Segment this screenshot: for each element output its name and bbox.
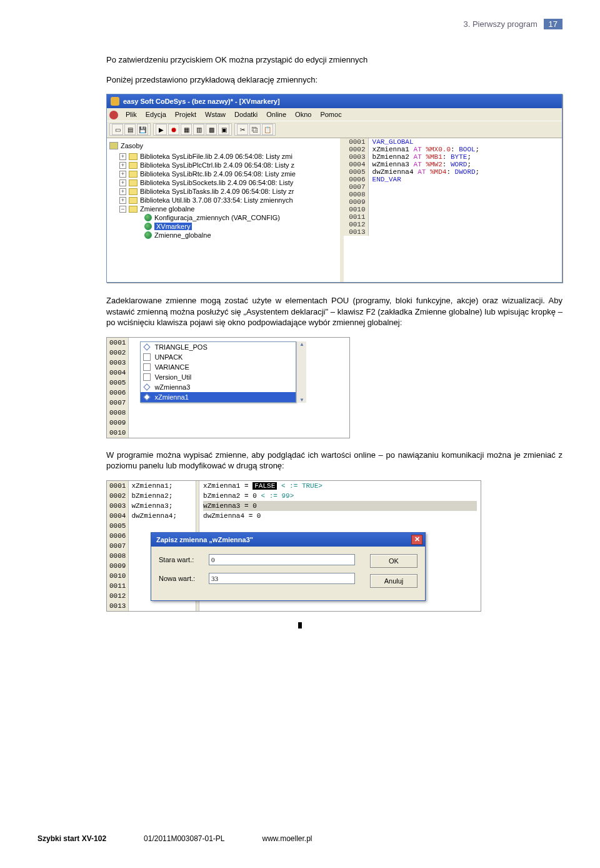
expand-icon[interactable]: + <box>119 171 126 178</box>
toolbar-new-icon[interactable]: ▭ <box>112 124 123 135</box>
line-number: 0008 <box>107 551 128 561</box>
dialog-title: Zapisz zmienna „wZmienna3" <box>156 536 253 543</box>
expand-icon[interactable]: + <box>119 162 126 169</box>
toolbar-stop-icon[interactable]: ⏺ <box>168 124 179 135</box>
code-editor[interactable]: 0001VAR_GLOBAL0002 xZmienna1 AT %MX0.0: … <box>344 138 562 282</box>
autocomplete-item[interactable]: VARIANCE <box>141 362 296 372</box>
tree-sub-0[interactable]: Konfiguracja_zmiennych (VAR_CONFIG) <box>154 214 280 221</box>
popup-scrollbar[interactable]: ▲▼ <box>296 341 306 403</box>
new-value-input[interactable] <box>209 573 355 584</box>
folder-icon <box>129 188 138 195</box>
folder-icon <box>129 153 138 160</box>
code-line-text[interactable] <box>369 198 376 206</box>
folder-icon <box>129 162 138 169</box>
code-line-text[interactable] <box>369 183 376 191</box>
ok-button[interactable]: OK <box>370 554 418 568</box>
toolbar-cut-icon[interactable]: ✂ <box>237 124 248 135</box>
autocomplete-popup[interactable]: TRIANGLE_POSUNPACKVARIANCEVersion_UtilwZ… <box>140 341 296 403</box>
resource-tree[interactable]: Zasoby +Biblioteka SysLibFile.lib 2.4.09… <box>107 138 344 282</box>
code-line-text[interactable]: wZmienna3 AT %MW2: WORD; <box>369 161 475 168</box>
autocomplete-item[interactable]: UNPACK <box>141 352 296 362</box>
toolbar-btn-icon[interactable]: ▦ <box>181 124 192 135</box>
folder-icon <box>129 197 138 204</box>
autocomplete-item[interactable]: TRIANGLE_POS <box>141 342 296 352</box>
expand-icon[interactable]: + <box>119 153 126 160</box>
cancel-button[interactable]: Anuluj <box>370 574 418 588</box>
toolbar-paste-icon[interactable]: 📋 <box>262 124 273 135</box>
tree-globals[interactable]: Zmienne globalne <box>140 205 194 213</box>
app-icon <box>111 97 119 106</box>
line-number: 0009 <box>107 561 128 571</box>
variable-name[interactable]: bZmienna2; <box>131 491 177 501</box>
online-values-window: 0001000200030004000500060007000800090010… <box>106 480 481 612</box>
folder-icon <box>129 206 138 213</box>
toolbar-save-icon[interactable]: 💾 <box>137 124 148 135</box>
menu-app-icon <box>109 111 118 119</box>
tree-lib-2[interactable]: Biblioteka SysLibRtc.lib 2.4.09 06:54:08… <box>140 170 296 178</box>
line-number: 0002 <box>107 491 128 501</box>
code-line-text[interactable] <box>369 221 376 228</box>
code-line-text[interactable]: VAR_GLOBAL <box>369 138 418 146</box>
menu-online[interactable]: Online <box>262 109 290 119</box>
paragraph-1: Po zatwierdzeniu przyciskiem OK można pr… <box>106 54 562 66</box>
scroll-up-icon[interactable]: ▲ <box>299 341 304 347</box>
tree-sub-selected[interactable]: XVmarkery <box>154 223 192 230</box>
toolbar-run-icon[interactable]: ▶ <box>156 124 167 135</box>
close-icon[interactable]: ✕ <box>411 535 422 545</box>
old-value-input[interactable] <box>209 554 355 565</box>
line-number: 0003 <box>107 358 128 368</box>
tree-lib-5[interactable]: Biblioteka Util.lib 3.7.08 07:33:54: Lis… <box>140 196 293 204</box>
toolbar-btn3-icon[interactable]: ▩ <box>206 124 217 135</box>
variable-value[interactable]: xZmienna1 = FALSE < := TRUE> <box>203 481 477 491</box>
code-line-text[interactable] <box>369 228 376 236</box>
tree-sub-2[interactable]: Zmienne_globalne <box>154 231 211 239</box>
tree-lib-0[interactable]: Biblioteka SysLibFile.lib 2.4.09 06:54:0… <box>140 153 292 160</box>
window-titlebar[interactable]: easy Soft CoDeSys - (bez nazwy)* - [XVma… <box>107 94 562 108</box>
toolbar-open-icon[interactable]: ▤ <box>124 124 136 135</box>
toolbar-btn2-icon[interactable]: ▥ <box>193 124 204 135</box>
tree-lib-3[interactable]: Biblioteka SysLibSockets.lib 2.4.09 06:5… <box>140 179 293 186</box>
menu-pomoc[interactable]: Pomoc <box>316 109 345 119</box>
line-number: 0013 <box>107 601 128 611</box>
variable-value[interactable]: bZmienna2 = 0 < := 99> <box>203 491 477 501</box>
menu-dodatki[interactable]: Dodatki <box>231 109 261 119</box>
variable-name[interactable]: dwZmienna4; <box>131 511 177 521</box>
code-line-text[interactable]: END_VAR <box>369 176 405 183</box>
variable-value[interactable]: dwZmienna4 = 0 <box>203 511 477 521</box>
code-line-text[interactable] <box>369 213 376 221</box>
tree-lib-1[interactable]: Biblioteka SysLibPlcCtrl.lib 2.4.09 06:5… <box>140 161 294 169</box>
scroll-down-icon[interactable]: ▼ <box>299 397 304 403</box>
expand-icon[interactable]: + <box>119 188 126 195</box>
toolbar-btn4-icon[interactable]: ▣ <box>218 124 229 135</box>
tree-lib-4[interactable]: Biblioteka SysLibTasks.lib 2.4.09 06:54:… <box>140 188 294 195</box>
code-line-text[interactable] <box>369 206 376 213</box>
code-line-text[interactable]: xZmienna1 AT %MX0.0: BOOL; <box>369 146 484 153</box>
toolbar-copy-icon[interactable]: ⿻ <box>249 124 261 135</box>
globe-icon <box>144 214 152 221</box>
variable-value[interactable]: wZmienna3 = 0 <box>203 501 477 511</box>
code-line-text[interactable]: dwZmienna4 AT %MD4: DWORD; <box>369 168 484 176</box>
menu-wstaw[interactable]: Wstaw <box>201 109 229 119</box>
code-line-text[interactable]: bZmienna2 AT %MB1: BYTE; <box>369 153 475 161</box>
line-number: 0007 <box>107 398 128 408</box>
menu-projekt[interactable]: Projekt <box>171 109 200 119</box>
line-number: 0009 <box>344 198 369 206</box>
page-number: 17 <box>544 19 562 29</box>
code-line-text[interactable] <box>369 191 376 198</box>
expand-icon[interactable]: + <box>119 179 126 186</box>
autocomplete-item[interactable]: Version_Util <box>141 372 296 382</box>
autocomplete-item[interactable]: wZmienna3 <box>141 382 296 392</box>
menu-okno[interactable]: Okno <box>291 109 315 119</box>
line-number: 0005 <box>107 521 128 531</box>
menu-edycja[interactable]: Edycja <box>142 109 170 119</box>
autocomplete-item[interactable]: xZmienna1 <box>141 392 296 402</box>
variable-name[interactable]: wZmienna3; <box>131 501 177 511</box>
variable-name[interactable]: xZmienna1; <box>131 481 177 491</box>
menu-plik[interactable]: Plik <box>122 109 141 119</box>
line-number: 0006 <box>107 531 128 541</box>
expand-icon[interactable]: + <box>119 197 126 204</box>
dialog-titlebar[interactable]: Zapisz zmienna „wZmienna3" ✕ <box>151 533 425 547</box>
line-number: 0008 <box>344 191 369 198</box>
line-number: 0007 <box>344 183 369 191</box>
collapse-icon[interactable]: – <box>119 206 126 213</box>
